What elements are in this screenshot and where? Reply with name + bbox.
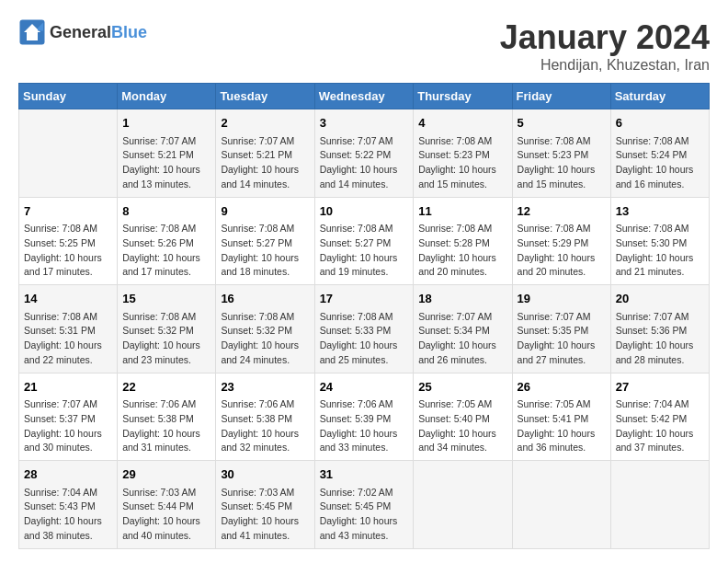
calendar-cell: 19Sunrise: 7:07 AMSunset: 5:35 PMDayligh… [512,285,610,373]
title-section: January 2024 Hendijan, Khuzestan, Iran [500,18,710,74]
calendar-week-row: 1Sunrise: 7:07 AMSunset: 5:21 PMDaylight… [19,109,710,198]
day-number: 5 [518,114,606,132]
calendar-cell: 16Sunrise: 7:08 AMSunset: 5:32 PMDayligh… [216,285,314,373]
day-number: 11 [418,202,506,221]
calendar-cell: 5Sunrise: 7:08 AMSunset: 5:23 PMDaylight… [512,109,610,198]
day-number: 7 [24,202,112,221]
calendar-cell: 31Sunrise: 7:02 AMSunset: 5:45 PMDayligh… [314,461,414,549]
day-number: 29 [122,465,210,484]
day-number: 31 [320,465,409,484]
calendar-week-row: 28Sunrise: 7:04 AMSunset: 5:43 PMDayligh… [19,461,710,549]
day-number: 8 [122,202,210,221]
calendar-cell: 4Sunrise: 7:08 AMSunset: 5:23 PMDaylight… [414,109,512,198]
day-number: 16 [221,290,309,308]
day-number: 9 [221,202,309,221]
day-info: Sunrise: 7:08 AMSunset: 5:23 PMDaylight:… [418,134,506,192]
calendar-cell: 25Sunrise: 7:05 AMSunset: 5:40 PMDayligh… [414,373,512,461]
calendar-cell: 23Sunrise: 7:06 AMSunset: 5:38 PMDayligh… [216,373,314,461]
day-number: 15 [122,290,210,308]
calendar-week-row: 14Sunrise: 7:08 AMSunset: 5:31 PMDayligh… [19,285,710,373]
day-number: 21 [24,378,112,396]
calendar-cell: 10Sunrise: 7:08 AMSunset: 5:27 PMDayligh… [314,197,414,285]
calendar-table: SundayMondayTuesdayWednesdayThursdayFrid… [18,83,710,549]
day-number: 23 [221,378,309,396]
day-number: 6 [616,114,704,132]
day-info: Sunrise: 7:08 AMSunset: 5:32 PMDaylight:… [221,310,309,368]
calendar-cell: 14Sunrise: 7:08 AMSunset: 5:31 PMDayligh… [19,285,118,373]
calendar-cell: 6Sunrise: 7:08 AMSunset: 5:24 PMDaylight… [610,109,709,198]
calendar-cell: 21Sunrise: 7:07 AMSunset: 5:37 PMDayligh… [19,373,118,461]
day-info: Sunrise: 7:06 AMSunset: 5:38 PMDaylight:… [221,397,309,455]
calendar-cell [512,461,610,549]
calendar-cell: 11Sunrise: 7:08 AMSunset: 5:28 PMDayligh… [414,197,512,285]
location: Hendijan, Khuzestan, Iran [500,57,710,74]
calendar-cell: 22Sunrise: 7:06 AMSunset: 5:38 PMDayligh… [118,373,216,461]
day-info: Sunrise: 7:06 AMSunset: 5:38 PMDaylight:… [122,397,210,455]
calendar-cell: 1Sunrise: 7:07 AMSunset: 5:21 PMDaylight… [118,109,216,198]
day-number: 2 [221,114,309,132]
calendar-cell: 13Sunrise: 7:08 AMSunset: 5:30 PMDayligh… [610,197,709,285]
day-info: Sunrise: 7:08 AMSunset: 5:23 PMDaylight:… [518,134,606,192]
calendar-cell [19,109,118,198]
day-info: Sunrise: 7:03 AMSunset: 5:45 PMDaylight:… [221,486,309,544]
day-info: Sunrise: 7:07 AMSunset: 5:34 PMDaylight:… [418,310,506,368]
header: GeneralBlue January 2024 Hendijan, Khuze… [18,18,710,74]
weekday-header-monday: Monday [118,84,216,109]
day-number: 24 [320,378,409,396]
day-info: Sunrise: 7:07 AMSunset: 5:21 PMDaylight:… [122,134,210,192]
day-info: Sunrise: 7:07 AMSunset: 5:37 PMDaylight:… [24,397,112,455]
logo-blue: Blue [111,23,147,41]
calendar-week-row: 7Sunrise: 7:08 AMSunset: 5:25 PMDaylight… [19,197,710,285]
day-number: 20 [616,290,704,308]
weekday-header-sunday: Sunday [19,84,118,109]
day-info: Sunrise: 7:08 AMSunset: 5:24 PMDaylight:… [616,134,704,192]
weekday-header-friday: Friday [512,84,610,109]
month-year: January 2024 [500,18,710,57]
calendar-cell: 24Sunrise: 7:06 AMSunset: 5:39 PMDayligh… [314,373,414,461]
calendar-cell: 27Sunrise: 7:04 AMSunset: 5:42 PMDayligh… [610,373,709,461]
weekday-header-wednesday: Wednesday [314,84,414,109]
calendar-cell: 3Sunrise: 7:07 AMSunset: 5:22 PMDaylight… [314,109,414,198]
day-info: Sunrise: 7:05 AMSunset: 5:41 PMDaylight:… [518,397,606,455]
day-info: Sunrise: 7:08 AMSunset: 5:29 PMDaylight:… [518,222,606,280]
day-info: Sunrise: 7:02 AMSunset: 5:45 PMDaylight:… [320,486,409,544]
calendar-cell: 8Sunrise: 7:08 AMSunset: 5:26 PMDaylight… [118,197,216,285]
day-info: Sunrise: 7:08 AMSunset: 5:27 PMDaylight:… [221,222,309,280]
day-info: Sunrise: 7:08 AMSunset: 5:26 PMDaylight:… [122,222,210,280]
weekday-header-thursday: Thursday [414,84,512,109]
day-info: Sunrise: 7:08 AMSunset: 5:30 PMDaylight:… [616,222,704,280]
day-info: Sunrise: 7:07 AMSunset: 5:35 PMDaylight:… [518,310,606,368]
calendar-cell [610,461,709,549]
day-info: Sunrise: 7:08 AMSunset: 5:32 PMDaylight:… [122,310,210,368]
calendar-cell: 7Sunrise: 7:08 AMSunset: 5:25 PMDaylight… [19,197,118,285]
calendar-cell [414,461,512,549]
day-number: 13 [616,202,704,221]
calendar-cell: 2Sunrise: 7:07 AMSunset: 5:21 PMDaylight… [216,109,314,198]
logo: GeneralBlue [18,18,147,46]
day-info: Sunrise: 7:08 AMSunset: 5:25 PMDaylight:… [24,222,112,280]
weekday-header-saturday: Saturday [610,84,709,109]
calendar-cell: 28Sunrise: 7:04 AMSunset: 5:43 PMDayligh… [19,461,118,549]
day-number: 14 [24,290,112,308]
logo-icon [18,18,46,46]
day-info: Sunrise: 7:04 AMSunset: 5:43 PMDaylight:… [24,486,112,544]
day-number: 28 [24,465,112,484]
day-info: Sunrise: 7:06 AMSunset: 5:39 PMDaylight:… [320,397,409,455]
day-number: 26 [518,378,606,396]
day-number: 27 [616,378,704,396]
day-number: 18 [418,290,506,308]
day-number: 17 [320,290,409,308]
calendar-cell: 15Sunrise: 7:08 AMSunset: 5:32 PMDayligh… [118,285,216,373]
day-info: Sunrise: 7:08 AMSunset: 5:28 PMDaylight:… [418,222,506,280]
day-number: 25 [418,378,506,396]
calendar-cell: 17Sunrise: 7:08 AMSunset: 5:33 PMDayligh… [314,285,414,373]
logo-general: General [50,23,111,41]
day-number: 19 [518,290,606,308]
calendar-cell: 9Sunrise: 7:08 AMSunset: 5:27 PMDaylight… [216,197,314,285]
day-number: 1 [122,114,210,132]
weekday-header-tuesday: Tuesday [216,84,314,109]
day-info: Sunrise: 7:08 AMSunset: 5:33 PMDaylight:… [320,310,409,368]
day-number: 30 [221,465,309,484]
day-info: Sunrise: 7:03 AMSunset: 5:44 PMDaylight:… [122,486,210,544]
day-info: Sunrise: 7:05 AMSunset: 5:40 PMDaylight:… [418,397,506,455]
